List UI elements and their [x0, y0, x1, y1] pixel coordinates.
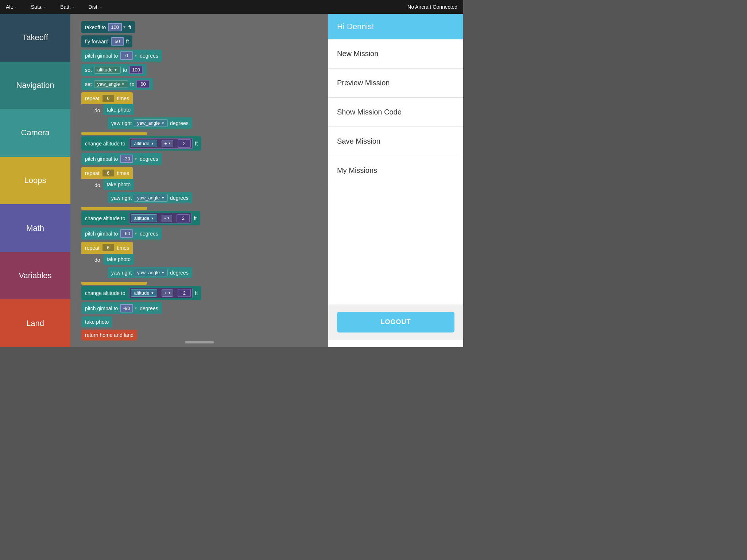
logout-button[interactable]: LOGOUT	[337, 312, 454, 332]
yaw-angle-dropdown-3[interactable]: yaw_angle	[134, 269, 168, 276]
pitch-value-2[interactable]: -30	[120, 155, 133, 163]
sidebar-item-land[interactable]: Land	[0, 299, 70, 347]
pitch-value-4[interactable]: -90	[120, 304, 133, 312]
take-photo-2-block[interactable]: do take photo	[94, 179, 317, 191]
alt-op-1[interactable]: +	[162, 140, 173, 147]
change-altitude-2-block[interactable]: change altitude to altitude - 2 ft	[81, 211, 317, 226]
dist-status: Dist: -	[89, 4, 102, 10]
sidebar-item-variables[interactable]: Variables	[0, 252, 70, 300]
pitch-gimbal-4-block[interactable]: pitch gimbal to -90 ▼ degrees	[81, 302, 317, 315]
repeat-2-block[interactable]: repeat 6 times do take photo	[81, 167, 317, 210]
return-home-block[interactable]: return home and land	[81, 330, 317, 342]
set-altitude-block[interactable]: set altitude to 100	[81, 64, 317, 77]
alt-val-3[interactable]: 2	[178, 289, 191, 297]
take-photo-1-block[interactable]: do take photo	[94, 104, 317, 116]
repeat-1-block[interactable]: repeat 6 times do take photo	[81, 92, 317, 135]
main-layout: Takeoff Navigation Camera Loops Math Var…	[0, 14, 463, 347]
alt-var-2[interactable]: altitude	[131, 214, 158, 222]
repeat-2-value[interactable]: 6	[102, 169, 115, 177]
alt-var-3[interactable]: altitude	[131, 289, 158, 297]
pitch-gimbal-2-block[interactable]: pitch gimbal to -30 ▼ degrees	[81, 153, 317, 166]
pitch-value-1[interactable]: 0	[120, 51, 133, 60]
repeat-3-block[interactable]: repeat 6 times do take photo	[81, 242, 317, 285]
takeoff-block[interactable]: takeoff to 100 ▼ ft	[81, 21, 317, 34]
preview-mission-button[interactable]: Preview Mission	[328, 69, 463, 98]
change-altitude-3-block[interactable]: change altitude to altitude + 2 ft	[81, 286, 317, 301]
altitude-value-1[interactable]: 100	[129, 66, 143, 74]
sidebar-item-math[interactable]: Math	[0, 204, 70, 252]
block-canvas[interactable]: takeoff to 100 ▼ ft fly forward 50 ft	[70, 14, 328, 347]
alt-status: Alt: -	[6, 4, 16, 10]
yaw-right-1-block[interactable]: yaw right yaw_angle degrees	[94, 117, 317, 130]
fly-forward-block[interactable]: fly forward 50 ft	[81, 35, 317, 48]
altitude-dropdown[interactable]: altitude	[94, 66, 121, 74]
alt-val-2[interactable]: 2	[177, 214, 190, 222]
status-bar: Alt: - Sats: - Batt: - Dist: - No Aircra…	[0, 0, 463, 14]
batt-status: Batt: -	[60, 4, 74, 10]
alt-op-3[interactable]: +	[162, 289, 173, 297]
take-photo-final-block[interactable]: take photo	[81, 316, 317, 328]
save-mission-button[interactable]: Save Mission	[328, 127, 463, 156]
yaw-dropdown[interactable]: yaw_angle	[94, 80, 128, 88]
takeoff-value[interactable]: 100	[108, 23, 122, 31]
block-workspace: takeoff to 100 ▼ ft fly forward 50 ft	[70, 14, 328, 347]
yaw-right-3-block[interactable]: yaw right yaw_angle degrees	[94, 267, 317, 279]
pitch-gimbal-3-block[interactable]: pitch gimbal to -60 ▼ degrees	[81, 228, 317, 241]
sats-status: Sats: -	[31, 4, 46, 10]
sidebar-item-takeoff[interactable]: Takeoff	[0, 14, 70, 62]
sidebar: Takeoff Navigation Camera Loops Math Var…	[0, 14, 70, 347]
change-altitude-1-block[interactable]: change altitude to altitude + 2 ft	[81, 136, 317, 152]
fly-value[interactable]: 50	[111, 37, 124, 46]
greeting-header: Hi Dennis!	[328, 14, 463, 39]
sidebar-item-camera[interactable]: Camera	[0, 109, 70, 157]
alt-val-1[interactable]: 2	[178, 139, 191, 148]
yaw-right-2-block[interactable]: yaw right yaw_angle degrees	[94, 192, 317, 205]
take-photo-3-block[interactable]: do take photo	[94, 254, 317, 266]
repeat-3-value[interactable]: 6	[102, 244, 115, 252]
pitch-value-3[interactable]: -60	[120, 229, 133, 238]
set-yaw-block[interactable]: set yaw_angle to 60	[81, 78, 317, 91]
pitch-gimbal-1-block[interactable]: pitch gimbal to 0 ▼ degrees	[81, 50, 317, 63]
right-panel: Hi Dennis! New Mission Preview Mission S…	[328, 14, 463, 347]
alt-op-2[interactable]: -	[162, 215, 172, 222]
sidebar-item-loops[interactable]: Loops	[0, 157, 70, 205]
scroll-hint	[185, 341, 214, 343]
yaw-angle-dropdown-1[interactable]: yaw_angle	[134, 119, 168, 127]
new-mission-button[interactable]: New Mission	[328, 39, 463, 69]
connection-status: No Aircraft Connected	[407, 4, 457, 10]
my-missions-button[interactable]: My Missions	[328, 156, 463, 185]
alt-var-1[interactable]: altitude	[131, 140, 158, 147]
show-mission-code-button[interactable]: Show Mission Code	[328, 98, 463, 127]
repeat-1-value[interactable]: 6	[102, 94, 115, 102]
sidebar-item-navigation[interactable]: Navigation	[0, 62, 70, 109]
yaw-value[interactable]: 60	[136, 80, 150, 88]
yaw-angle-dropdown-2[interactable]: yaw_angle	[134, 194, 168, 202]
